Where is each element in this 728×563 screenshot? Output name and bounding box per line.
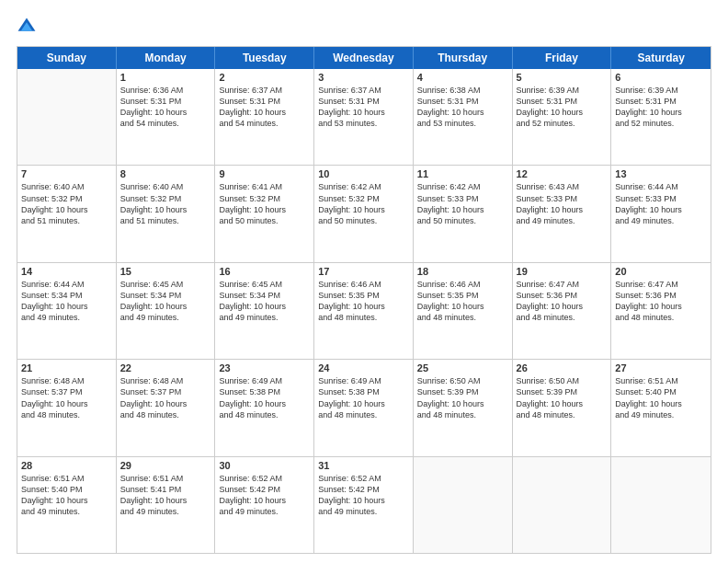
daylight-text: Daylight: 10 hours [517, 107, 608, 118]
cal-cell: 27Sunrise: 6:51 AMSunset: 5:40 PMDayligh… [611, 360, 711, 455]
sunset-text: Sunset: 5:34 PM [219, 290, 310, 301]
cal-header-friday: Friday [513, 47, 612, 69]
daylight-text: Daylight: 10 hours [120, 398, 211, 409]
cal-week-3: 14Sunrise: 6:44 AMSunset: 5:34 PMDayligh… [17, 263, 711, 360]
daylight-text: Daylight: 10 hours [219, 495, 310, 506]
daylight-text: Daylight: 10 hours [318, 301, 409, 312]
daylight-text-cont: and 49 minutes. [21, 506, 112, 517]
cal-week-5: 28Sunrise: 6:51 AMSunset: 5:40 PMDayligh… [17, 457, 711, 553]
sunrise-text: Sunrise: 6:48 AM [120, 375, 211, 386]
sunrise-text: Sunrise: 6:46 AM [417, 279, 508, 290]
day-number: 21 [21, 362, 112, 373]
sunset-text: Sunset: 5:37 PM [21, 386, 112, 397]
daylight-text-cont: and 54 minutes. [219, 118, 310, 129]
cal-cell [513, 457, 612, 553]
day-number: 13 [615, 168, 707, 179]
day-number: 9 [219, 168, 310, 179]
sunset-text: Sunset: 5:31 PM [120, 96, 211, 107]
sunrise-text: Sunrise: 6:43 AM [517, 181, 608, 192]
sunset-text: Sunset: 5:31 PM [517, 96, 608, 107]
cal-header-thursday: Thursday [414, 47, 513, 69]
cal-cell: 17Sunrise: 6:46 AMSunset: 5:35 PMDayligh… [314, 263, 414, 359]
sunrise-text: Sunrise: 6:37 AM [318, 85, 409, 96]
logo [17, 17, 40, 37]
sunset-text: Sunset: 5:31 PM [219, 96, 310, 107]
cal-cell: 26Sunrise: 6:50 AMSunset: 5:39 PMDayligh… [513, 360, 612, 455]
sunset-text: Sunset: 5:31 PM [417, 96, 508, 107]
cal-header-tuesday: Tuesday [215, 47, 314, 69]
sunrise-text: Sunrise: 6:38 AM [417, 85, 508, 96]
cal-cell: 22Sunrise: 6:48 AMSunset: 5:37 PMDayligh… [117, 360, 216, 455]
day-number: 15 [120, 266, 211, 277]
daylight-text-cont: and 48 minutes. [417, 312, 508, 323]
day-number: 7 [21, 168, 112, 179]
daylight-text: Daylight: 10 hours [120, 495, 211, 506]
sunrise-text: Sunrise: 6:49 AM [318, 375, 409, 386]
daylight-text: Daylight: 10 hours [219, 301, 310, 312]
daylight-text: Daylight: 10 hours [615, 204, 707, 215]
daylight-text-cont: and 54 minutes. [120, 118, 211, 129]
sunrise-text: Sunrise: 6:40 AM [21, 181, 112, 192]
daylight-text-cont: and 51 minutes. [21, 215, 112, 226]
sunrise-text: Sunrise: 6:51 AM [21, 473, 112, 484]
day-number: 17 [318, 266, 409, 277]
sunrise-text: Sunrise: 6:46 AM [318, 279, 409, 290]
cal-week-2: 7Sunrise: 6:40 AMSunset: 5:32 PMDaylight… [17, 166, 711, 262]
sunset-text: Sunset: 5:31 PM [318, 96, 409, 107]
day-number: 20 [615, 266, 707, 277]
day-number: 4 [417, 72, 508, 83]
daylight-text: Daylight: 10 hours [120, 107, 211, 118]
daylight-text-cont: and 49 minutes. [615, 409, 707, 420]
cal-cell: 15Sunrise: 6:45 AMSunset: 5:34 PMDayligh… [117, 263, 216, 359]
sunset-text: Sunset: 5:37 PM [120, 386, 211, 397]
cal-cell: 2Sunrise: 6:37 AMSunset: 5:31 PMDaylight… [215, 69, 314, 165]
daylight-text: Daylight: 10 hours [120, 204, 211, 215]
day-number: 14 [21, 266, 112, 277]
cal-cell [414, 457, 513, 553]
sunrise-text: Sunrise: 6:51 AM [120, 473, 211, 484]
day-number: 25 [417, 362, 508, 373]
day-number: 5 [517, 72, 608, 83]
daylight-text-cont: and 48 minutes. [318, 409, 409, 420]
daylight-text-cont: and 48 minutes. [318, 312, 409, 323]
sunrise-text: Sunrise: 6:47 AM [615, 279, 707, 290]
cal-cell: 5Sunrise: 6:39 AMSunset: 5:31 PMDaylight… [513, 69, 612, 165]
daylight-text: Daylight: 10 hours [219, 398, 310, 409]
daylight-text-cont: and 52 minutes. [517, 118, 608, 129]
daylight-text-cont: and 49 minutes. [517, 215, 608, 226]
daylight-text-cont: and 53 minutes. [417, 118, 508, 129]
sunrise-text: Sunrise: 6:51 AM [615, 375, 707, 386]
sunset-text: Sunset: 5:33 PM [517, 193, 608, 204]
daylight-text: Daylight: 10 hours [318, 107, 409, 118]
cal-cell: 24Sunrise: 6:49 AMSunset: 5:38 PMDayligh… [314, 360, 414, 455]
daylight-text-cont: and 48 minutes. [21, 409, 112, 420]
day-number: 30 [219, 460, 310, 471]
cal-header-sunday: Sunday [17, 47, 117, 69]
cal-header-saturday: Saturday [611, 47, 711, 69]
cal-cell: 9Sunrise: 6:41 AMSunset: 5:32 PMDaylight… [215, 166, 314, 261]
day-number: 29 [120, 460, 211, 471]
day-number: 2 [219, 72, 310, 83]
daylight-text-cont: and 52 minutes. [615, 118, 707, 129]
daylight-text: Daylight: 10 hours [21, 398, 112, 409]
sunrise-text: Sunrise: 6:37 AM [219, 85, 310, 96]
sunset-text: Sunset: 5:32 PM [219, 193, 310, 204]
sunset-text: Sunset: 5:36 PM [517, 290, 608, 301]
cal-cell: 29Sunrise: 6:51 AMSunset: 5:41 PMDayligh… [117, 457, 216, 553]
cal-cell: 8Sunrise: 6:40 AMSunset: 5:32 PMDaylight… [117, 166, 216, 261]
cal-week-4: 21Sunrise: 6:48 AMSunset: 5:37 PMDayligh… [17, 360, 711, 456]
day-number: 26 [517, 362, 608, 373]
daylight-text: Daylight: 10 hours [21, 495, 112, 506]
calendar-body: 1Sunrise: 6:36 AMSunset: 5:31 PMDaylight… [17, 69, 711, 553]
daylight-text: Daylight: 10 hours [615, 107, 707, 118]
sunrise-text: Sunrise: 6:47 AM [517, 279, 608, 290]
day-number: 6 [615, 72, 707, 83]
daylight-text-cont: and 50 minutes. [417, 215, 508, 226]
sunrise-text: Sunrise: 6:45 AM [219, 279, 310, 290]
sunset-text: Sunset: 5:34 PM [120, 290, 211, 301]
sunset-text: Sunset: 5:32 PM [120, 193, 211, 204]
daylight-text-cont: and 49 minutes. [120, 312, 211, 323]
sunset-text: Sunset: 5:38 PM [219, 386, 310, 397]
day-number: 8 [120, 168, 211, 179]
sunrise-text: Sunrise: 6:45 AM [120, 279, 211, 290]
